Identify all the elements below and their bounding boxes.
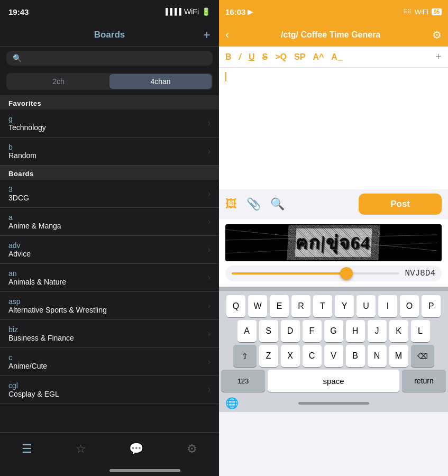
key-e[interactable]: E	[270, 295, 289, 317]
favorites-header: Favorites	[0, 95, 219, 109]
4chan-tab[interactable]: 4chan	[109, 74, 212, 89]
captcha-section: ฅก|ขุ่จ64 NVJ8D4	[219, 219, 448, 287]
key-s[interactable]: S	[259, 320, 278, 342]
board-item-c[interactable]: c Anime/Cute ›	[0, 348, 219, 376]
board-code-c: c	[8, 353, 47, 362]
chevron-right-icon: ›	[208, 189, 211, 198]
left-status-icons: ▐▐▐▐ WiFi 🔋	[163, 7, 211, 16]
board-name-adv: Advice	[8, 250, 31, 258]
key-k[interactable]: K	[389, 320, 408, 342]
keyboard: Q W E R T Y U I O P A S D F G H J K	[219, 291, 448, 412]
key-p[interactable]: P	[422, 295, 441, 317]
image-attach-icon[interactable]: 🖼	[225, 197, 237, 211]
tab-settings-icon[interactable]: ⚙	[187, 442, 197, 456]
tab-favorites-icon[interactable]: ☆	[76, 442, 86, 456]
tab-boards-icon[interactable]: ☰	[22, 442, 32, 456]
add-board-button[interactable]: +	[203, 28, 211, 42]
key-t[interactable]: T	[313, 295, 332, 317]
battery-percent: 95	[432, 8, 442, 15]
paperclip-icon[interactable]: 📎	[246, 197, 261, 211]
key-v[interactable]: V	[324, 345, 343, 367]
compose-area[interactable]	[219, 68, 448, 189]
key-y[interactable]: Y	[335, 295, 354, 317]
key-l[interactable]: L	[411, 320, 430, 342]
chevron-right-icon: ›	[208, 357, 211, 367]
wifi-icon-right: WiFi	[415, 8, 428, 16]
key-i[interactable]: I	[378, 295, 397, 317]
underline-button[interactable]: U	[249, 52, 255, 62]
key-j[interactable]: J	[368, 320, 387, 342]
strikethrough-button[interactable]: S	[262, 52, 268, 62]
left-header: Boards +	[0, 23, 219, 47]
tab-threads-icon[interactable]: 💬	[129, 442, 143, 456]
board-item-a[interactable]: a Anime & Manga ›	[0, 208, 219, 236]
2ch-tab[interactable]: 2ch	[7, 74, 109, 89]
key-a[interactable]: A	[237, 320, 257, 342]
subscript-button[interactable]: A_	[331, 52, 342, 62]
key-g[interactable]: G	[324, 320, 343, 342]
numbers-key[interactable]: 123	[221, 370, 265, 392]
captcha-slider[interactable]	[232, 272, 399, 274]
key-u[interactable]: U	[356, 295, 376, 317]
settings-icon[interactable]: ⚙	[432, 29, 442, 41]
key-b[interactable]: B	[346, 345, 365, 367]
left-panel: 19:43 ▐▐▐▐ WiFi 🔋 Boards + 🔍 2ch 4chan F…	[0, 0, 219, 476]
italic-button[interactable]: /	[239, 52, 241, 62]
key-x[interactable]: X	[281, 345, 300, 367]
key-n[interactable]: N	[368, 345, 387, 367]
board-code-3: 3	[8, 185, 29, 194]
delete-key[interactable]: ⌫	[411, 345, 434, 367]
key-d[interactable]: D	[281, 320, 300, 342]
board-item-asp[interactable]: asp Alternative Sports & Wrestling ›	[0, 292, 219, 320]
search-bar[interactable]: 🔍	[6, 51, 213, 66]
board-item-cgl[interactable]: cgl Cosplay & EGL ›	[0, 376, 219, 404]
globe-icon[interactable]: 🌐	[225, 397, 239, 409]
key-m[interactable]: M	[389, 345, 408, 367]
board-item-g[interactable]: g Technology ›	[0, 109, 219, 138]
superscript-button[interactable]: A^	[313, 52, 324, 62]
board-item-biz[interactable]: biz Business & Finance ›	[0, 320, 219, 348]
boards-section-header: Boards	[0, 166, 219, 180]
board-item-b[interactable]: b Random ›	[0, 138, 219, 166]
space-key[interactable]: space	[268, 370, 399, 392]
key-f[interactable]: F	[303, 320, 322, 342]
keyboard-row-3: ⇧ Z X C V B N M ⌫	[221, 345, 446, 367]
action-icons: 🖼 📎 🔍	[225, 197, 285, 211]
return-key[interactable]: return	[402, 370, 446, 392]
right-header: ‹ /ctg/ Coffee Time Genera ⚙	[219, 23, 448, 47]
spoiler-button[interactable]: SP	[294, 52, 305, 62]
board-code-asp: asp	[8, 297, 107, 306]
signal-icon: ▐▐▐▐	[163, 8, 181, 15]
bold-button[interactable]: B	[225, 52, 232, 62]
board-name-b: Random	[8, 151, 36, 160]
board-code-a: a	[8, 213, 61, 222]
key-o[interactable]: O	[400, 295, 419, 317]
chevron-right-icon: ›	[208, 385, 211, 395]
key-q[interactable]: Q	[226, 295, 245, 317]
key-w[interactable]: W	[248, 295, 267, 317]
formatting-plus-button[interactable]: +	[435, 51, 442, 63]
right-panel: 16:03 ▶ ⠿⠿ WiFi 95 ‹ /ctg/ Coffee Time G…	[219, 0, 448, 476]
battery-icon: 🔋	[202, 7, 211, 16]
right-time: 16:03	[225, 7, 245, 16]
signal-dots-icon: ⠿⠿	[403, 8, 412, 15]
key-h[interactable]: H	[346, 320, 365, 342]
board-code-b: b	[8, 143, 36, 151]
key-r[interactable]: R	[291, 295, 310, 317]
board-code-cgl: cgl	[8, 381, 59, 390]
shift-key[interactable]: ⇧	[233, 345, 257, 367]
post-button[interactable]: Post	[359, 194, 442, 215]
quote-button[interactable]: >Q	[275, 52, 287, 62]
board-item-an[interactable]: an Animals & Nature ›	[0, 264, 219, 292]
search-compose-icon[interactable]: 🔍	[270, 197, 285, 211]
key-c[interactable]: C	[303, 345, 322, 367]
search-icon: 🔍	[13, 54, 22, 62]
board-code-adv: adv	[8, 241, 31, 250]
board-name-3: 3DCG	[8, 194, 29, 202]
board-item-adv[interactable]: adv Advice ›	[0, 236, 219, 264]
home-indicator	[109, 469, 180, 472]
key-z[interactable]: Z	[259, 345, 278, 367]
board-item-3[interactable]: 3 3DCG ›	[0, 180, 219, 208]
keyboard-rows: Q W E R T Y U I O P A S D F G H J K	[219, 291, 448, 394]
back-button[interactable]: ‹	[225, 28, 229, 42]
